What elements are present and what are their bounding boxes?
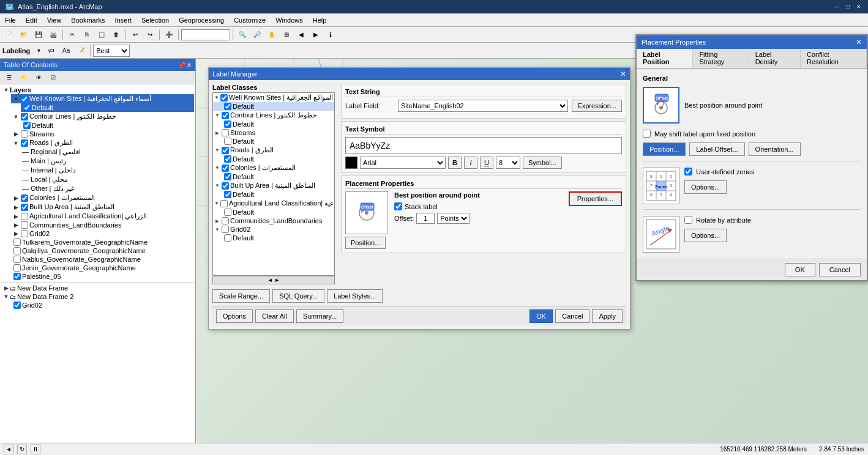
open-button[interactable]: 📂 [17,29,31,41]
identify-button[interactable]: ℹ [324,29,337,41]
pp-zones-icon[interactable]: 8 1 2 7 3 6 5 4 Zones [643,168,679,204]
pp-orientation-button[interactable]: Orientation... [749,142,801,156]
lt-item-roads[interactable]: ▼ Roads | الطرق [213,146,334,155]
lt-item-agricultural[interactable]: ▼ Agricultural Land Classification| عية [213,199,334,208]
toc-pin-button[interactable]: 📌 [178,62,185,68]
delete-button[interactable]: 🗑 [110,29,123,41]
offset-unit-select[interactable]: Points [437,213,470,224]
menu-edit[interactable]: Edit [21,15,42,25]
pp-tab-label-position[interactable]: Label Position [637,49,693,68]
toc-item-new-dataframe[interactable]: ▶ 🗂 New Data Frame [1,284,194,292]
lt-expand[interactable]: ▼ [214,183,220,189]
lt-checkbox-grid02[interactable] [222,226,229,233]
layer-checkbox-tulkarem[interactable] [13,239,21,246]
lt-expand[interactable]: ▼ [214,95,219,101]
sql-query-button[interactable]: SQL Query... [272,289,324,303]
layer-checkbox-grid02[interactable] [21,230,28,237]
map-refresh-button[interactable]: ↻ [17,445,27,454]
save-button[interactable]: 💾 [32,29,45,41]
copy-button[interactable]: ⎘ [80,29,94,41]
menu-insert[interactable]: Insert [110,15,137,25]
lt-item-agricultural-default[interactable]: Default [213,208,334,216]
pp-angle-options-button[interactable]: Options... [684,229,727,242]
lt-expand[interactable]: ▼ [214,226,220,232]
toc-item-nablus[interactable]: Nablus_Governorate_GeographicName [11,255,194,264]
expand-icon[interactable]: ▼ [12,95,20,103]
toc-item-new-dataframe2[interactable]: ▼ 🗂 New Data Frame 2 [1,292,194,301]
lt-item-wellknown[interactable]: ▼ Well Known Sites | المواقع الجغرافية [213,93,334,102]
lt-checkbox-roads[interactable] [222,147,229,154]
font-name-select[interactable]: Arial [360,157,446,169]
pp-close-button[interactable]: ✕ [856,38,862,46]
lt-checkbox-builtup-default[interactable] [224,191,231,198]
toc-item-tulkarem[interactable]: Tulkarem_Governorate_GeographicName [11,238,194,246]
toc-item-roads[interactable]: ▼ Roads | الطرق [11,138,194,147]
options-button[interactable]: Options [216,309,253,323]
lt-checkbox-roads-default[interactable] [224,155,231,163]
next-extent-button[interactable]: ▶ [309,29,323,41]
toc-item-agricultural[interactable]: ▶ Agricultural Land Classification| الزر… [11,212,194,221]
lt-checkbox-grid02-default[interactable] [224,234,231,242]
cut-button[interactable]: ✂ [65,29,79,41]
lt-item-grid02-default[interactable]: Default [213,234,334,242]
previous-extent-button[interactable]: ◀ [294,29,308,41]
label-manager-close-button[interactable]: ✕ [620,70,626,78]
expand-icon[interactable]: ▶ [2,284,10,292]
ok-button[interactable]: OK [529,309,553,323]
layer-checkbox-nablus[interactable] [13,256,21,263]
full-extent-button[interactable]: ⊞ [280,29,293,41]
expression-button[interactable]: Expression... [572,100,622,112]
undo-button[interactable]: ↩ [129,29,142,41]
pp-ok-button[interactable]: OK [785,263,815,276]
lt-expand[interactable]: ▼ [214,113,220,119]
lt-item-streams-default[interactable]: Default [213,137,334,146]
layer-checkbox-streams[interactable] [21,130,28,138]
expand-icon[interactable]: ▶ [12,204,20,211]
layer-checkbox-colonies[interactable] [21,194,28,202]
layer-checkbox-qalqiliya[interactable] [13,247,21,254]
pp-tab-fitting[interactable]: Fitting Strategy [693,49,749,68]
offset-input[interactable] [416,213,435,224]
tree-scrollbar[interactable]: ◄ ► [212,276,335,284]
symbol-button[interactable]: Symbol... [523,157,562,169]
add-data-button[interactable]: ➕ [162,29,176,41]
toc-item-streams[interactable]: ▶ Streams [11,130,194,138]
lt-checkbox-colonies[interactable] [222,165,229,172]
scale-range-button[interactable]: Scale Range... [212,289,270,303]
layer-checkbox-agricultural[interactable] [21,213,28,220]
pp-angle-icon[interactable]: Angle [643,216,679,253]
layer-checkbox-contour[interactable] [21,113,28,120]
toc-visibility-view-button[interactable]: 👁 [32,72,45,84]
toc-item-wellknown-default[interactable]: Default [21,103,194,112]
toc-close-button[interactable]: ✕ [187,62,192,68]
toc-source-view-button[interactable]: 📁 [17,72,31,84]
menu-geoprocessing[interactable]: Geoprocessing [174,15,229,25]
lt-item-builtup[interactable]: ▼ Built Up Area | المناطق المبنية [213,181,334,190]
toc-list-view-button[interactable]: ☰ [2,72,16,84]
layer-checkbox-grid02-2[interactable] [13,301,21,309]
pp-zones-checkbox[interactable] [684,168,692,176]
map-pause-button[interactable]: ⏸ [31,445,40,454]
maximize-button[interactable]: □ [844,2,852,11]
lt-expand[interactable]: ▼ [214,201,219,207]
pp-cancel-button[interactable]: Cancel [819,263,861,276]
lt-item-roads-default[interactable]: Default [213,155,334,163]
toc-content[interactable]: ▼ Layers ▼ Well Known Sites | أسماء المو… [0,84,195,443]
font-size-select[interactable]: 8 [496,157,520,169]
font-color-box[interactable] [345,157,357,169]
toc-item-qalqiliya[interactable]: Qalqiliya_Governorate_GeographicName [11,246,194,255]
lt-checkbox-streams[interactable] [222,129,229,136]
pp-offset-icon[interactable]: Offset [643,87,679,124]
bold-button[interactable]: B [448,157,462,169]
expand-icon[interactable]: ▼ [12,113,20,120]
toc-item-builtup[interactable]: ▶ Built Up Area | المناطق المبنية [11,202,194,212]
label-field-select[interactable]: SiteName_English02 [398,100,568,112]
expand-icon[interactable]: ▶ [12,194,20,202]
lt-item-colonies[interactable]: ▼ Colonies | المستعمرات [213,163,334,172]
pp-zones-options-button[interactable]: Options... [684,180,727,194]
lt-item-colonies-default[interactable]: Default [213,172,334,181]
labeling-icon3[interactable]: 📝 [74,45,88,57]
lt-item-communities[interactable]: ▶ Communities_LandBoundaries [213,216,334,225]
lt-checkbox-agricultural[interactable] [220,200,228,207]
toc-item-colonies[interactable]: ▶ Colonies | المستعمرات [11,193,194,202]
